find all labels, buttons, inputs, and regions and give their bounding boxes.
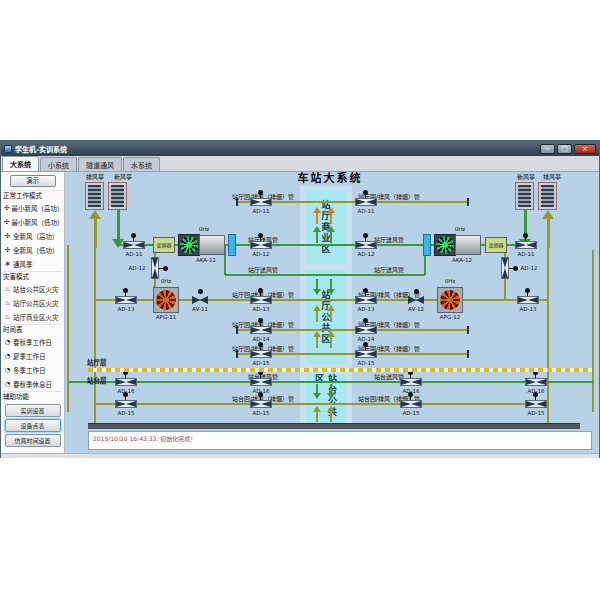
damper-actuator[interactable] <box>523 233 528 238</box>
sidebar-item[interactable]: ♨站台公共区火灾 <box>3 282 62 296</box>
damper damper-right[interactable] <box>355 241 377 249</box>
damper damper-far-right[interactable] <box>525 400 547 408</box>
sidebar-item-label: 站台公共区火灾 <box>13 284 59 294</box>
sidebar-item[interactable]: ◔夏季工作日 <box>3 349 62 363</box>
damper damper-left[interactable] <box>250 296 272 304</box>
damper-actuator[interactable] <box>533 392 538 397</box>
check-valve[interactable] <box>191 295 209 305</box>
left-exhaust-fan[interactable] <box>153 287 179 313</box>
damper-actuator[interactable] <box>258 342 263 347</box>
damper-vertical vertical-damper-left[interactable] <box>151 257 159 279</box>
flow-arrow-up <box>327 305 335 322</box>
sidebar-item-label: 冬季工作日 <box>13 365 46 375</box>
duct-end-cap <box>467 198 469 206</box>
damper damper-far-right[interactable] <box>525 378 547 386</box>
sidebar-item[interactable]: ◔春秋季休息日 <box>3 377 62 391</box>
damper-actuator[interactable] <box>363 288 368 293</box>
tab-小系统[interactable]: 小系统 <box>40 157 77 171</box>
diagram-title: 车站大系统 <box>245 175 415 182</box>
vfd-box[interactable]: 变频器 <box>485 237 507 253</box>
damper damper-left[interactable] <box>250 400 272 408</box>
right-exhaust-fan[interactable] <box>437 287 463 313</box>
damper damper-left[interactable] <box>250 350 272 358</box>
damper damper-right[interactable] <box>355 326 377 334</box>
sidebar-item[interactable]: ◔春秋季工作日 <box>3 335 62 349</box>
damper-label: AD-15 <box>351 360 381 366</box>
flow-arrow-up <box>313 406 321 422</box>
app-icon <box>4 145 12 153</box>
damper-actuator[interactable] <box>258 190 263 195</box>
sidebar-item[interactable]: ♨站厅商业区火灾 <box>3 310 62 324</box>
damper-actuator[interactable] <box>258 288 263 293</box>
sidebar-item[interactable]: ♨站厅公共区火灾 <box>3 296 62 310</box>
fan-icon: ✣ <box>4 204 9 212</box>
damper damper-left[interactable] <box>250 378 272 386</box>
damper supply-fan-inlet-damper[interactable] <box>123 241 145 249</box>
valve-actuator[interactable] <box>198 289 203 294</box>
tab-隧道通风[interactable]: 隧道通风 <box>78 157 122 171</box>
damper damper-right[interactable] <box>400 400 422 408</box>
damper-actuator[interactable] <box>363 342 368 347</box>
damper-actuator[interactable] <box>258 233 263 238</box>
maximize-button[interactable]: □ <box>557 144 572 154</box>
sidebar-item[interactable]: ✣全新风（高功） <box>3 229 62 243</box>
sidebar-item[interactable]: ✣全新风（低功） <box>3 243 62 257</box>
vfd-box[interactable]: 变频器 <box>153 237 175 253</box>
flow-arrow-up <box>313 305 321 322</box>
right-supply-fan-impeller[interactable] <box>434 234 456 256</box>
damper-actuator[interactable] <box>123 288 128 293</box>
damper-actuator[interactable] <box>258 392 263 397</box>
damper damper-far-left[interactable] <box>115 378 137 386</box>
damper damper-far-right[interactable] <box>517 296 539 304</box>
damper-actuator[interactable] <box>258 318 263 323</box>
close-button[interactable]: × <box>574 144 596 154</box>
damper damper-far-left[interactable] <box>115 296 137 304</box>
damper-actuator[interactable] <box>408 392 413 397</box>
flow-arrow-up <box>327 406 335 422</box>
valve-actuator[interactable] <box>414 289 419 294</box>
sidebar-item-label: 最小新风（高功） <box>11 203 63 213</box>
damper-actuator[interactable] <box>525 288 530 293</box>
damper-actuator[interactable] <box>363 190 368 195</box>
damper damper-right[interactable] <box>355 296 377 304</box>
damper damper-left[interactable] <box>250 326 272 334</box>
sidebar-button-实训设置[interactable]: 实训设置 <box>5 404 61 417</box>
damper damper-right[interactable] <box>355 198 377 206</box>
flow-arrow-down <box>313 279 321 295</box>
damper damper-left[interactable] <box>250 198 272 206</box>
demo-button[interactable]: 演示 <box>10 175 56 187</box>
damper supply-fan-inlet-damper[interactable] <box>515 241 537 249</box>
right-supply-fan-casing[interactable] <box>455 235 481 255</box>
minimize-button[interactable]: − <box>540 144 555 154</box>
damper-actuator[interactable] <box>123 392 128 397</box>
sidebar-item[interactable]: ◔冬季工作日 <box>3 363 62 377</box>
sidebar-list: 正常工作模式✣最小新风（高功）✣最小新风（低功）✣全新风（高功）✣全新风（低功）… <box>3 190 62 453</box>
damper damper-right[interactable] <box>400 378 422 386</box>
left-exhaust-fan-frequency: 0Hz <box>153 278 179 284</box>
sidebar-item[interactable]: ✣最小新风（高功） <box>3 201 62 215</box>
left-supply-fan-impeller[interactable] <box>178 234 200 256</box>
left-supply-fan-casing[interactable] <box>199 235 225 255</box>
damper damper-far-left[interactable] <box>115 400 137 408</box>
flow-arrow-up <box>327 226 335 243</box>
valve-label: AV-11 <box>185 306 215 312</box>
sidebar-button-仿真时间设置[interactable]: 仿真时间设置 <box>5 434 61 447</box>
damper-label: AD-12 <box>123 265 151 271</box>
damper-vertical vertical-damper-right[interactable] <box>501 257 509 279</box>
diagram-canvas: 站厅商业区站厅公共区站台公共区车站大系统排风亭新风亭新风亭排风亭站厅回/排风（排… <box>65 172 599 453</box>
sidebar-item[interactable]: ❄通风季 <box>3 257 62 271</box>
check-valve[interactable] <box>407 295 425 305</box>
damper-actuator[interactable] <box>363 233 368 238</box>
sidebar-button-设备点表[interactable]: 设备点表 <box>5 419 61 432</box>
sidebar-item[interactable]: ?帮助 <box>3 449 62 453</box>
tab-水系统[interactable]: 水系统 <box>123 157 160 171</box>
damper-actuator[interactable] <box>363 318 368 323</box>
damper-actuator[interactable] <box>163 266 168 271</box>
flow-arrow-down <box>327 384 335 399</box>
damper damper-right[interactable] <box>355 350 377 358</box>
duct-pipe <box>225 274 425 276</box>
damper-actuator[interactable] <box>131 233 136 238</box>
tab-大系统[interactable]: 大系统 <box>2 156 39 171</box>
damper damper-left[interactable] <box>250 241 272 249</box>
sidebar-item[interactable]: ✣最小新风（低功） <box>3 215 62 229</box>
